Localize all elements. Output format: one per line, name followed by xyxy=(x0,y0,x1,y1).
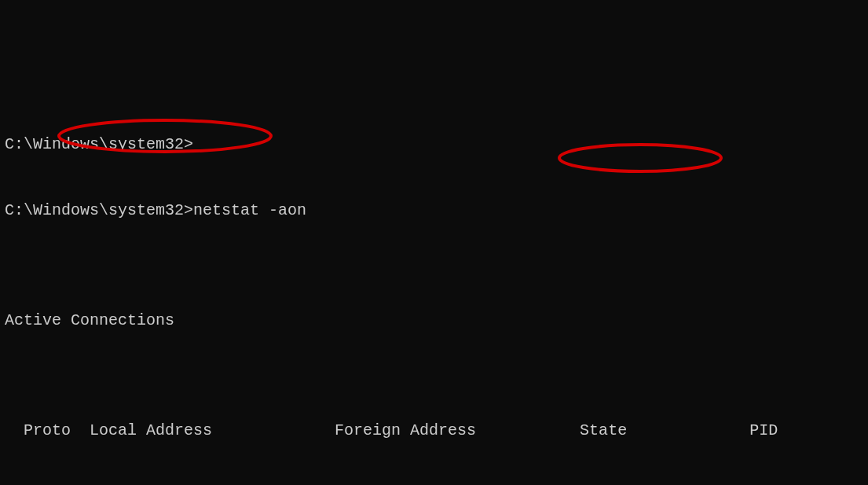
terminal-window[interactable]: C:\Windows\system32> C:\Windows\system32… xyxy=(0,88,868,485)
prompt-line-1: C:\Windows\system32> xyxy=(5,134,863,156)
prompt-path: C:\Windows\system32> xyxy=(5,201,193,219)
command-input[interactable]: netstat -aon xyxy=(193,201,306,219)
table-header-row: Proto Local Address Foreign Address Stat… xyxy=(5,420,863,442)
section-heading: Active Connections xyxy=(5,310,863,332)
prompt-line-2: C:\Windows\system32>netstat -aon xyxy=(5,200,863,222)
